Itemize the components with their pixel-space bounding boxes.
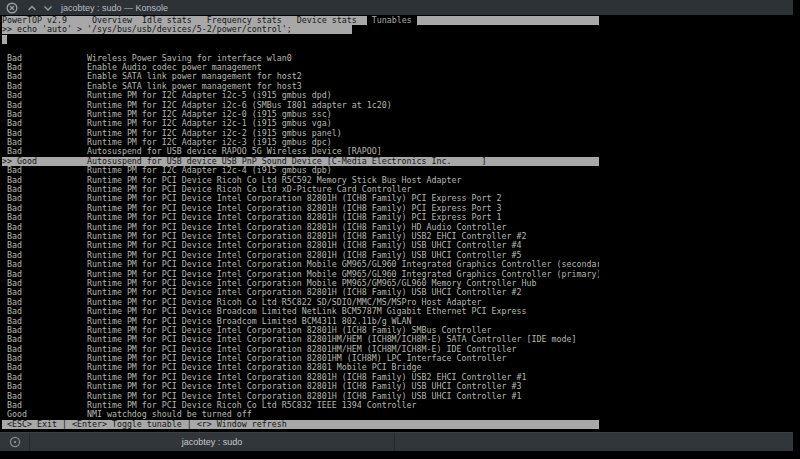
- footer-hints: <ESC> Exit | <Enter> Toggle tunable | <r…: [2, 420, 599, 429]
- tunable-row[interactable]: Bad Runtime PM for PCI Device Intel Corp…: [2, 241, 599, 250]
- tunable-row[interactable]: Bad Enable Audio codec power management: [2, 63, 599, 72]
- powertop-version: PowerTOP v2.9: [2, 16, 67, 25]
- titlebar: jacobtey : sudo — Konsole: [0, 0, 793, 15]
- tunable-row[interactable]: Bad Runtime PM for PCI Device Broadcom L…: [2, 317, 599, 326]
- circle-dot-icon: [9, 436, 21, 448]
- tunable-row[interactable]: Bad Autosuspend for USB device RAPOO 5G …: [2, 147, 599, 156]
- tab-device-stats[interactable]: Device stats: [297, 16, 357, 25]
- tunable-row[interactable]: Good NMI watchdog should be turned off: [2, 410, 599, 419]
- tunable-row[interactable]: Bad Runtime PM for PCI Device Intel Corp…: [2, 260, 599, 269]
- window-title: jacobtey : sudo — Konsole: [61, 3, 168, 13]
- tunable-row[interactable]: Bad Runtime PM for I2C Adapter i2c-6 (SM…: [2, 101, 599, 110]
- tunable-row[interactable]: Bad Runtime PM for PCI Device Intel Corp…: [2, 354, 599, 363]
- tunable-row[interactable]: Bad Runtime PM for PCI Device Intel Corp…: [2, 213, 599, 222]
- tunable-row[interactable]: Bad Runtime PM for PCI Device Intel Corp…: [2, 223, 599, 232]
- tunable-row[interactable]: Bad Runtime PM for PCI Device Intel Corp…: [2, 382, 599, 391]
- tunable-row[interactable]: Bad Runtime PM for PCI Device Ricoh Co L…: [2, 298, 599, 307]
- tunable-row[interactable]: Bad Runtime PM for PCI Device Ricoh Co L…: [2, 185, 599, 194]
- tunable-row[interactable]: Bad Runtime PM for I2C Adapter i2c-1 (i9…: [2, 119, 599, 128]
- tunable-row[interactable]: Bad Runtime PM for I2C Adapter i2c-4 (i9…: [2, 166, 599, 175]
- close-icon[interactable]: [6, 2, 18, 14]
- command-echo-text: >> echo 'auto' > '/sys/bus/usb/devices/5…: [2, 25, 352, 34]
- tunable-row[interactable]: Bad Wireless Power Saving for interface …: [2, 54, 599, 63]
- tunable-row[interactable]: Bad Runtime PM for PCI Device Intel Corp…: [2, 326, 599, 335]
- chevron-up-icon[interactable]: [27, 4, 37, 12]
- tunable-row[interactable]: Bad Enable SATA link power management fo…: [2, 72, 599, 81]
- konsole-tab[interactable]: jacobtey : sudo: [30, 433, 395, 451]
- tab-tunables[interactable]: Tunables: [367, 16, 417, 25]
- konsole-tabbar: jacobtey : sudo: [0, 432, 793, 451]
- tab-overview[interactable]: Overview: [92, 16, 132, 25]
- tunable-row[interactable]: Bad Runtime PM for I2C Adapter i2c-3 (i9…: [2, 138, 599, 147]
- powertop-screen[interactable]: PowerTOP v2.9 Overview Idle stats Freque…: [2, 16, 599, 429]
- tab-frequency-stats[interactable]: Frequency stats: [207, 16, 282, 25]
- tabbar-button[interactable]: [0, 433, 30, 451]
- blank-line: [2, 44, 599, 53]
- tunable-row[interactable]: Bad Runtime PM for PCI Device Intel Corp…: [2, 392, 599, 401]
- tunable-row[interactable]: Bad Runtime PM for I2C Adapter i2c-2 (i9…: [2, 129, 599, 138]
- tunable-row[interactable]: Bad Runtime PM for I2C Adapter i2c-5 (i9…: [2, 91, 599, 100]
- tunable-row[interactable]: Bad Runtime PM for I2C Adapter i2c-0 (i9…: [2, 110, 599, 119]
- tunable-row[interactable]: Bad Runtime PM for PCI Device Intel Corp…: [2, 288, 599, 297]
- terminal-area[interactable]: PowerTOP v2.9 Overview Idle stats Freque…: [0, 15, 793, 432]
- tunable-row[interactable]: Bad Runtime PM for PCI Device Broadcom L…: [2, 307, 599, 316]
- tunable-row-selected[interactable]: >> Good Autosuspend for USB device USB P…: [2, 157, 599, 166]
- tunable-row[interactable]: Bad Runtime PM for PCI Device Ricoh Co L…: [2, 401, 599, 410]
- tunable-row[interactable]: Bad Runtime PM for PCI Device Intel Corp…: [2, 279, 599, 288]
- konsole-window: { "window": { "title": "jacobtey : sudo …: [0, 0, 800, 459]
- tunable-row[interactable]: Bad Enable SATA link power management fo…: [2, 82, 599, 91]
- tunable-row[interactable]: Bad Runtime PM for PCI Device Intel Corp…: [2, 373, 599, 382]
- tunable-row[interactable]: Bad Runtime PM for PCI Device Intel Corp…: [2, 251, 599, 260]
- tunable-row[interactable]: Bad Runtime PM for PCI Device Intel Corp…: [2, 194, 599, 203]
- tunable-row[interactable]: Bad Runtime PM for PCI Device Intel Corp…: [2, 270, 599, 279]
- tab-idle-stats[interactable]: Idle stats: [142, 16, 192, 25]
- tunable-row[interactable]: Bad Runtime PM for PCI Device Intel Corp…: [2, 335, 599, 344]
- chevron-down-icon[interactable]: [43, 4, 53, 12]
- powertop-tabbar: PowerTOP v2.9 Overview Idle stats Freque…: [2, 16, 599, 25]
- cursor-line: [2, 35, 599, 44]
- tunable-row[interactable]: Bad Runtime PM for PCI Device Intel Corp…: [2, 204, 599, 213]
- terminal-cursor: [2, 35, 7, 44]
- konsole-tab-label: jacobtey : sudo: [182, 437, 243, 447]
- tunable-row[interactable]: Bad Runtime PM for PCI Device Ricoh Co L…: [2, 176, 599, 185]
- tunable-row[interactable]: Bad Runtime PM for PCI Device Intel Corp…: [2, 363, 599, 372]
- tunable-row[interactable]: Bad Runtime PM for PCI Device Intel Corp…: [2, 232, 599, 241]
- command-echo-line: >> echo 'auto' > '/sys/bus/usb/devices/5…: [2, 25, 599, 34]
- tunable-row[interactable]: Bad Runtime PM for PCI Device Intel Corp…: [2, 345, 599, 354]
